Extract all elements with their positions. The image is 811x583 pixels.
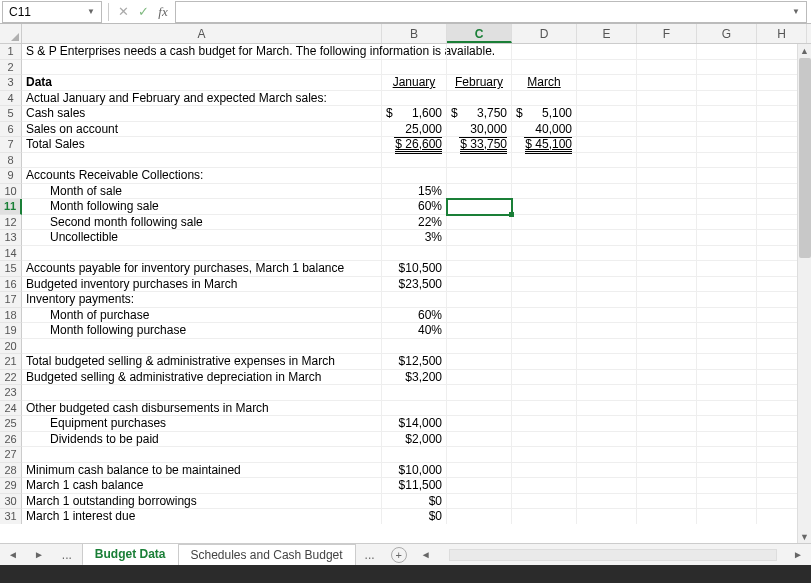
cell-E25[interactable] [577, 416, 637, 432]
cell-B10[interactable]: 15% [382, 184, 447, 200]
cell-F2[interactable] [637, 60, 697, 76]
col-header-B[interactable]: B [382, 24, 447, 43]
cell-C14[interactable] [447, 246, 512, 262]
cell-D11[interactable] [512, 199, 577, 215]
cell-C31[interactable] [447, 509, 512, 524]
cell-A24[interactable]: Other budgeted cash disbursements in Mar… [22, 401, 382, 417]
cell-A10[interactable]: Month of sale [22, 184, 382, 200]
name-box[interactable]: C11 ▼ [2, 1, 102, 23]
cell-A8[interactable] [22, 153, 382, 169]
horizontal-scrollbar[interactable] [449, 549, 778, 561]
cell-E21[interactable] [577, 354, 637, 370]
cell-B23[interactable] [382, 385, 447, 401]
cell-A28[interactable]: Minimum cash balance to be maintained [22, 463, 382, 479]
cell-D7[interactable]: $ 45,100 [512, 137, 577, 153]
name-box-dropdown-icon[interactable]: ▼ [87, 7, 95, 16]
cell-D1[interactable] [512, 44, 577, 60]
confirm-icon[interactable]: ✓ [133, 2, 153, 22]
cell-D9[interactable] [512, 168, 577, 184]
cell-G18[interactable] [697, 308, 757, 324]
cell-C4[interactable] [447, 91, 512, 107]
cell-D8[interactable] [512, 153, 577, 169]
row-header-24[interactable]: 24 [0, 401, 22, 417]
cell-E26[interactable] [577, 432, 637, 448]
cell-E19[interactable] [577, 323, 637, 339]
cell-B30[interactable]: $0 [382, 494, 447, 510]
cell-A18[interactable]: Month of purchase [22, 308, 382, 324]
cell-A22[interactable]: Budgeted selling & administrative deprec… [22, 370, 382, 386]
cell-F8[interactable] [637, 153, 697, 169]
cell-D13[interactable] [512, 230, 577, 246]
cell-G9[interactable] [697, 168, 757, 184]
cell-D19[interactable] [512, 323, 577, 339]
cell-B16[interactable]: $23,500 [382, 277, 447, 293]
cell-B4[interactable] [382, 91, 447, 107]
cell-D25[interactable] [512, 416, 577, 432]
scroll-down-icon[interactable]: ▼ [798, 530, 811, 544]
cell-E13[interactable] [577, 230, 637, 246]
cell-G29[interactable] [697, 478, 757, 494]
row-header-11[interactable]: 11 [0, 199, 22, 215]
cell-E8[interactable] [577, 153, 637, 169]
cell-G4[interactable] [697, 91, 757, 107]
cell-F25[interactable] [637, 416, 697, 432]
cell-B3[interactable]: January [382, 75, 447, 91]
cell-C16[interactable] [447, 277, 512, 293]
cell-B18[interactable]: 60% [382, 308, 447, 324]
cell-C27[interactable] [447, 447, 512, 463]
cell-B19[interactable]: 40% [382, 323, 447, 339]
cell-D31[interactable] [512, 509, 577, 524]
cell-F28[interactable] [637, 463, 697, 479]
formula-expand-icon[interactable]: ▼ [792, 7, 800, 16]
cell-A19[interactable]: Month following purchase [22, 323, 382, 339]
col-header-D[interactable]: D [512, 24, 577, 43]
cell-D6[interactable]: 40,000 [512, 122, 577, 138]
row-header-17[interactable]: 17 [0, 292, 22, 308]
cell-C13[interactable] [447, 230, 512, 246]
cell-B15[interactable]: $10,500 [382, 261, 447, 277]
cell-G8[interactable] [697, 153, 757, 169]
row-header-12[interactable]: 12 [0, 215, 22, 231]
cell-G10[interactable] [697, 184, 757, 200]
cell-A20[interactable] [22, 339, 382, 355]
cell-F12[interactable] [637, 215, 697, 231]
cell-G15[interactable] [697, 261, 757, 277]
cell-G11[interactable] [697, 199, 757, 215]
cell-A13[interactable]: Uncollectible [22, 230, 382, 246]
cell-C21[interactable] [447, 354, 512, 370]
cell-G2[interactable] [697, 60, 757, 76]
col-header-F[interactable]: F [637, 24, 697, 43]
cell-C2[interactable] [447, 60, 512, 76]
col-header-C[interactable]: C [447, 24, 512, 43]
cell-C6[interactable]: 30,000 [447, 122, 512, 138]
cell-E31[interactable] [577, 509, 637, 524]
row-header-19[interactable]: 19 [0, 323, 22, 339]
cell-G1[interactable] [697, 44, 757, 60]
cell-C11[interactable] [447, 199, 512, 215]
hscroll-left-icon[interactable]: ◄ [413, 549, 439, 560]
cell-D24[interactable] [512, 401, 577, 417]
cell-E9[interactable] [577, 168, 637, 184]
sheet-tab-budget-data[interactable]: Budget Data [82, 543, 179, 566]
cell-G30[interactable] [697, 494, 757, 510]
cell-C28[interactable] [447, 463, 512, 479]
cell-C20[interactable] [447, 339, 512, 355]
cell-D16[interactable] [512, 277, 577, 293]
cell-C26[interactable] [447, 432, 512, 448]
row-header-26[interactable]: 26 [0, 432, 22, 448]
scroll-up-icon[interactable]: ▲ [798, 44, 811, 58]
cell-A15[interactable]: Accounts payable for inventory purchases… [22, 261, 382, 277]
cell-B2[interactable] [382, 60, 447, 76]
cell-G25[interactable] [697, 416, 757, 432]
cell-C8[interactable] [447, 153, 512, 169]
cell-D14[interactable] [512, 246, 577, 262]
cell-F5[interactable] [637, 106, 697, 122]
cell-B17[interactable] [382, 292, 447, 308]
cell-G20[interactable] [697, 339, 757, 355]
cell-E10[interactable] [577, 184, 637, 200]
row-header-21[interactable]: 21 [0, 354, 22, 370]
cell-B6[interactable]: 25,000 [382, 122, 447, 138]
cell-A5[interactable]: Cash sales [22, 106, 382, 122]
col-header-E[interactable]: E [577, 24, 637, 43]
cell-F14[interactable] [637, 246, 697, 262]
